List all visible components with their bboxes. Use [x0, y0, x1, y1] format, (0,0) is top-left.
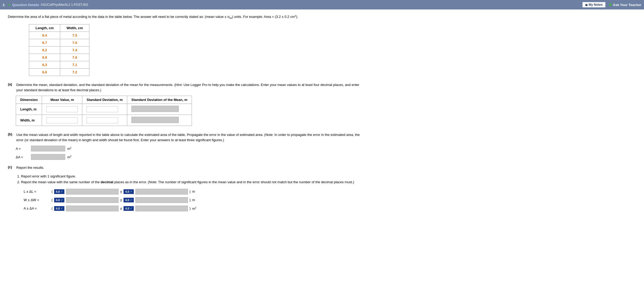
width-mean-cell[interactable] — [42, 115, 82, 126]
my-notes-button[interactable]: ▣ My Notes — [582, 2, 605, 7]
area-input-row: A = m2 — [16, 146, 360, 151]
data-table-row: 6.67.2 — [29, 69, 89, 76]
length-value-2: 6.2 — [29, 47, 60, 54]
A-mean-blue-val: 4.0 — [56, 207, 60, 210]
data-table-row: 6.77.0 — [29, 39, 89, 47]
part-a-label: (a) Determine the mean, standard deviati… — [8, 82, 360, 93]
L-mean-input[interactable] — [66, 189, 119, 195]
part-c-text: Report the results. — [16, 165, 44, 170]
question-details-link[interactable]: Question Details — [12, 3, 39, 7]
A-err-check-icon: ✓ — [130, 207, 132, 210]
part-b-inputs: A = m2 ΔA = m2 — [16, 146, 360, 160]
main-content: Determine the area of a flat piece of me… — [0, 9, 368, 219]
W-err-check-icon: ✓ — [130, 198, 132, 201]
part-c-letter: (c) — [8, 165, 13, 169]
L-unit: m — [192, 190, 195, 193]
W-pm-sign: ± — [120, 198, 122, 202]
L-mean-blue-box[interactable]: 4.0 ✓ — [54, 189, 64, 194]
delta-area-unit: m2 — [67, 155, 71, 159]
W-formula-row: W ± ΔW = ( 4.0 ✓ ± 4.0 ✓ ) m — [24, 197, 360, 203]
part-a-text: Determine the mean, standard deviation, … — [16, 82, 360, 93]
A-err-blue-box[interactable]: 4.0 ✓ — [124, 206, 134, 211]
A-close-paren: ) — [190, 206, 191, 210]
W-mean-blue-val: 4.0 — [56, 198, 60, 202]
width-value-1: 7.0 — [60, 39, 89, 47]
meas-col-mean: Mean Value, m — [42, 96, 82, 104]
length-std-mean-disabled — [131, 106, 179, 112]
L-mean-blue-val: 4.0 — [56, 190, 60, 193]
delta-area-label: ΔA = — [16, 155, 29, 159]
measurement-table: Dimension Mean Value, m Standard Deviati… — [16, 96, 192, 126]
part-a-letter: (a) — [8, 82, 13, 86]
dim-width-label: Width, m — [16, 115, 42, 126]
W-mean-check-icon: ✓ — [61, 198, 63, 201]
L-open-paren: ( — [52, 190, 53, 193]
L-err-input[interactable] — [135, 189, 188, 195]
width-value-2: 7.4 — [60, 47, 89, 54]
length-std-input[interactable] — [86, 106, 118, 112]
list-item-1: Report error with 1 significant figure. — [21, 174, 360, 179]
header-bar: 2. ● Question Details ASUColPhysMechL2 1… — [0, 0, 644, 9]
meas-row-length: Length, m — [16, 104, 192, 115]
delta-area-input-row: ΔA = m2 — [16, 154, 360, 160]
A-mean-input[interactable] — [66, 206, 119, 211]
width-std-cell[interactable] — [82, 115, 127, 126]
header-left: 2. ● Question Details ASUColPhysMechL2 1… — [3, 2, 89, 7]
formula-section: L ± ΔL = ( 4.0 ✓ ± 4.0 ✓ ) m W ± ΔW = ( … — [24, 189, 360, 211]
part-c-list: Report error with 1 significant figure. … — [16, 174, 360, 185]
area-label: A = — [16, 147, 29, 151]
L-err-blue-box[interactable]: 4.0 ✓ — [124, 189, 134, 194]
A-err-input[interactable] — [135, 206, 188, 211]
W-err-blue-box[interactable]: 4.0 ✓ — [124, 198, 134, 202]
W-err-blue-val: 4.0 — [125, 198, 129, 202]
meas-col-dimension: Dimension — [16, 96, 42, 104]
meas-col-std: Standard Deviation, m — [82, 96, 127, 104]
A-formula-row: A ± ΔA = ( 4.0 ✓ ± 4.0 ✓ ) m2 — [24, 206, 360, 211]
part-b-label: (b) Use the mean values of length and wi… — [8, 132, 360, 142]
part-c-label: (c) Report the results. — [8, 165, 360, 170]
question-code: ASUColPhysMechL2 1.POST.002. — [41, 3, 89, 7]
width-value-5: 7.2 — [60, 69, 89, 76]
width-std-mean-cell — [127, 115, 192, 126]
L-mean-check-icon: ✓ — [61, 190, 63, 193]
A-mean-check-icon: ✓ — [61, 207, 63, 210]
length-mean-input[interactable] — [46, 106, 78, 112]
question-number: 2. — [3, 3, 6, 7]
length-std-cell[interactable] — [82, 104, 127, 115]
W-open-paren: ( — [52, 198, 53, 202]
list-item-2: Report the mean value with the same numb… — [21, 179, 360, 185]
width-value-3: 7.6 — [60, 54, 89, 61]
length-value-4: 6.3 — [29, 61, 60, 69]
data-table-row: 6.87.6 — [29, 54, 89, 61]
A-formula-label: A ± ΔA = — [24, 206, 50, 210]
dot-icon: ● — [8, 2, 11, 7]
A-mean-blue-box[interactable]: 4.0 ✓ — [54, 206, 64, 211]
width-std-mean-disabled — [131, 117, 179, 123]
length-value-5: 6.6 — [29, 69, 60, 76]
data-table-row: 6.37.1 — [29, 61, 89, 69]
area-unit: m2 — [67, 146, 71, 151]
W-mean-input[interactable] — [66, 197, 119, 203]
area-value-input[interactable] — [31, 146, 65, 151]
meas-row-width: Width, m — [16, 115, 192, 126]
W-mean-blue-box[interactable]: 4.0 ✓ — [54, 198, 64, 202]
delta-area-value-input[interactable] — [31, 154, 65, 160]
L-pm-sign: ± — [120, 190, 122, 194]
L-close-paren: ) — [190, 190, 191, 193]
data-table: Length, cm Width, cm 6.47.56.77.06.27.46… — [29, 24, 89, 76]
ask-teacher-button[interactable]: ✚ Ask Your Teacher — [609, 2, 641, 7]
part-b-letter: (b) — [8, 132, 13, 136]
width-mean-input[interactable] — [46, 117, 78, 123]
L-err-blue-val: 4.0 — [125, 190, 129, 193]
W-err-input[interactable] — [135, 197, 188, 203]
width-std-input[interactable] — [86, 117, 118, 123]
length-mean-cell[interactable] — [42, 104, 82, 115]
W-formula-label: W ± ΔW = — [24, 198, 50, 202]
L-formula-label: L ± ΔL = — [24, 190, 50, 193]
width-value-4: 7.1 — [60, 61, 89, 69]
part-b-text: Use the mean values of length and width … — [16, 132, 360, 142]
header-right: ▣ My Notes ✚ Ask Your Teacher — [582, 2, 641, 7]
length-value-3: 6.8 — [29, 54, 60, 61]
meas-col-std-mean: Standard Deviation of the Mean, m — [127, 96, 192, 104]
A-open-paren: ( — [52, 206, 53, 210]
